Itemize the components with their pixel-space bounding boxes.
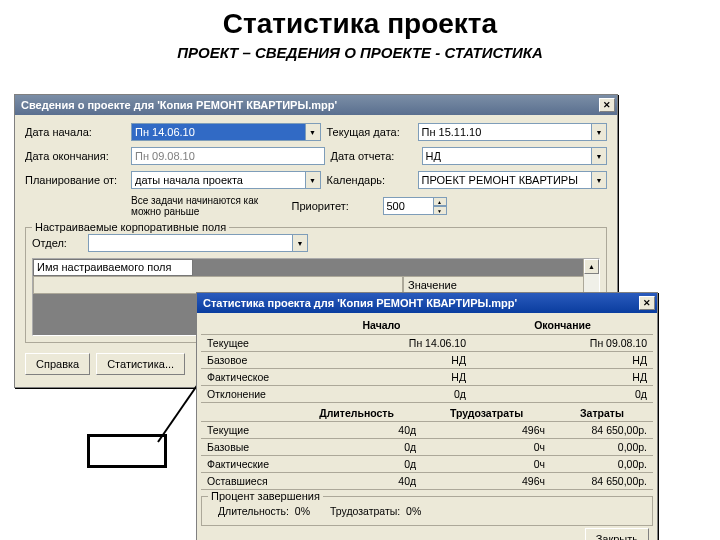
current-date-label: Текущая дата: — [327, 126, 412, 138]
help-button[interactable]: Справка — [25, 353, 90, 375]
table-row: ТекущееПн 14.06.10Пн 09.08.10 — [201, 334, 653, 351]
completion-title: Процент завершения — [208, 490, 323, 502]
end-date-field: Пн 09.08.10 — [131, 147, 325, 165]
start-date-label: Дата начала: — [25, 126, 125, 138]
project-statistics-dialog: Статистика проекта для 'Копия РЕМОНТ КВА… — [196, 292, 658, 540]
chevron-down-icon[interactable]: ▼ — [305, 171, 321, 189]
table-row: Отклонение0д0д — [201, 385, 653, 402]
spinner-down-icon[interactable]: ▼ — [433, 206, 447, 215]
plan-from-combo[interactable]: даты начала проекта ▼ — [131, 171, 321, 189]
highlight-annotation — [87, 434, 167, 468]
plan-from-label: Планирование от: — [25, 174, 125, 186]
calendar-label: Календарь: — [327, 174, 412, 186]
end-date-label: Дата окончания: — [25, 150, 125, 162]
metrics-table: Длительность Трудозатраты Затраты Текущи… — [201, 405, 653, 491]
table-row: Текущие40д496ч84 650,00р. — [201, 422, 653, 439]
table-row: Фактические0д0ч0,00р. — [201, 456, 653, 473]
slide-title: Статистика проекта — [0, 0, 720, 44]
scroll-up-icon[interactable]: ▲ — [584, 259, 599, 274]
end-header: Окончание — [472, 317, 653, 334]
slide-subtitle: ПРОЕКТ – СВЕДЕНИЯ О ПРОЕКТЕ - СТАТИСТИКА — [0, 44, 720, 69]
dates-table: Начало Окончание ТекущееПн 14.06.10Пн 09… — [201, 317, 653, 403]
table-row: БазовоеНДНД — [201, 351, 653, 368]
dept-combo[interactable]: ▼ — [88, 234, 308, 252]
chevron-down-icon[interactable]: ▼ — [591, 171, 607, 189]
window-title: Сведения о проекте для 'Копия РЕМОНТ КВА… — [21, 99, 599, 111]
field-name-input[interactable]: Имя настраиваемого поля — [33, 259, 193, 276]
chevron-down-icon[interactable]: ▼ — [591, 147, 607, 165]
priority-label: Приоритет: — [292, 200, 377, 212]
cost-header: Затраты — [551, 405, 653, 422]
spinner-up-icon[interactable]: ▲ — [433, 197, 447, 206]
all-tasks-hint: Все задачи начинаются как можно раньше — [131, 195, 286, 217]
titlebar: Сведения о проекте для 'Копия РЕМОНТ КВА… — [15, 95, 617, 115]
close-button[interactable]: Закрыть — [585, 528, 649, 540]
chevron-down-icon[interactable]: ▼ — [591, 123, 607, 141]
start-date-combo[interactable]: Пн 14.06.10 ▼ — [131, 123, 321, 141]
close-icon[interactable]: ✕ — [639, 296, 655, 310]
statistics-button[interactable]: Статистика... — [96, 353, 185, 375]
titlebar: Статистика проекта для 'Копия РЕМОНТ КВА… — [197, 293, 657, 313]
table-row: ФактическоеНДНД — [201, 368, 653, 385]
report-date-label: Дата отчета: — [331, 150, 416, 162]
calendar-combo[interactable]: ПРОЕКТ РЕМОНТ КВАРТИРЫ ▼ — [418, 171, 608, 189]
report-date-combo[interactable]: НД ▼ — [422, 147, 608, 165]
chevron-down-icon[interactable]: ▼ — [292, 234, 308, 252]
close-icon[interactable]: ✕ — [599, 98, 615, 112]
priority-spinner[interactable]: 500 ▲ ▼ — [383, 197, 447, 215]
table-row: Оставшиеся40д496ч84 650,00р. — [201, 473, 653, 490]
dept-label: Отдел: — [32, 237, 82, 249]
duration-header: Длительность — [291, 405, 422, 422]
completion-group: Процент завершения Длительность: 0% Труд… — [201, 496, 653, 526]
group-title: Настраиваемые корпоративные поля — [32, 221, 229, 233]
start-header: Начало — [291, 317, 472, 334]
table-row: Базовые0д0ч0,00р. — [201, 439, 653, 456]
chevron-down-icon[interactable]: ▼ — [305, 123, 321, 141]
window-title: Статистика проекта для 'Копия РЕМОНТ КВА… — [203, 297, 639, 309]
work-header: Трудозатраты — [422, 405, 551, 422]
current-date-combo[interactable]: Пн 15.11.10 ▼ — [418, 123, 608, 141]
